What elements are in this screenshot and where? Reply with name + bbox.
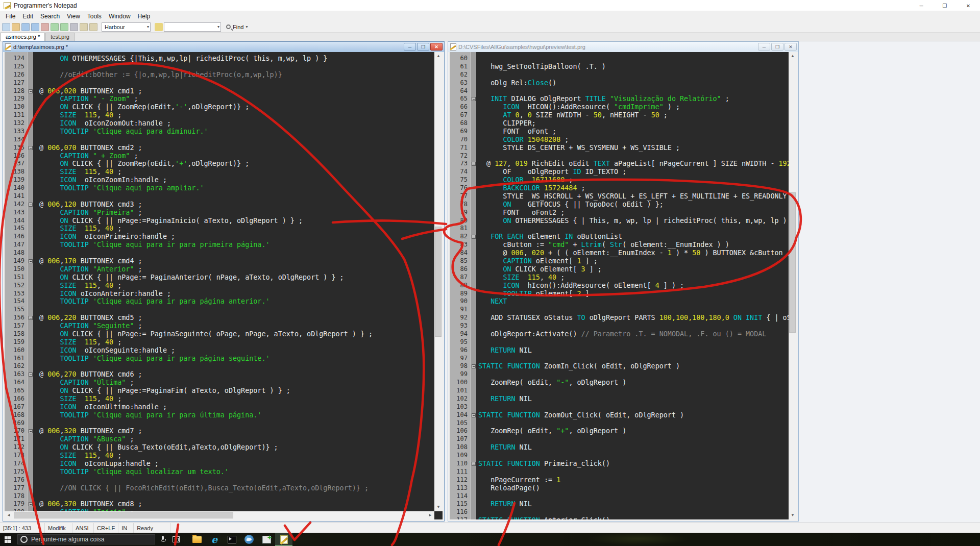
code-line-82[interactable]: FOR EACH oElement IN oButtonList <box>478 233 622 240</box>
code-line-133[interactable]: TOOLTIP 'Clique aqui para diminuir.' <box>35 128 208 135</box>
code-line-156[interactable]: @ 006,220 BUTTONEX cmd5 ; <box>35 314 142 321</box>
code-line-69[interactable]: FONT oFont ; <box>478 128 556 135</box>
menu-view[interactable]: View <box>63 12 84 21</box>
fold-marker-icon[interactable] <box>472 462 476 466</box>
code-line-78[interactable]: ON GETFOCUS { || TopoDoc( oEdit ) }; <box>478 201 664 208</box>
menu-tools[interactable]: Tools <box>84 12 105 21</box>
close-button[interactable]: ✕ <box>957 0 980 11</box>
code-line-164[interactable]: CAPTION "Última" ; <box>35 379 134 386</box>
code-line-140[interactable]: TOOLTIP 'Clique aqui para ampliar.' <box>35 184 204 192</box>
close-file-icon[interactable] <box>41 23 49 31</box>
fold-marker-icon[interactable] <box>472 364 476 368</box>
task-view-icon[interactable] <box>173 536 180 542</box>
code-line-158[interactable]: ON CLICK { || nPage:= PaginaSeguinte( oP… <box>35 330 373 338</box>
fold-marker-icon[interactable] <box>29 89 33 93</box>
code-line-131[interactable]: SIZE 115, 40 ; <box>35 111 121 119</box>
code-line-113[interactable]: ReloadPage() <box>478 484 540 492</box>
scroll-thumb[interactable] <box>789 192 796 333</box>
code-line-171[interactable]: CAPTION "&Busca" ; <box>35 435 134 443</box>
code-line-147[interactable]: TOOLTIP 'Clique aqui para ir para primei… <box>35 241 270 249</box>
redo-icon[interactable] <box>60 23 68 31</box>
edge-icon[interactable]: e <box>206 533 223 546</box>
code-line-138[interactable]: SIZE 115, 40 ; <box>35 168 121 176</box>
code-line-142[interactable]: @ 006,120 BUTTONEX cmd3 ; <box>35 201 142 208</box>
code-line-67[interactable]: AT 0, 0 SIZE nWIDTH - 50, nHEIGHT - 50 ; <box>478 111 668 119</box>
code-line-157[interactable]: CAPTION "Seguinte" ; <box>35 322 142 330</box>
code-line-150[interactable]: CAPTION "Anterior" ; <box>35 265 142 273</box>
code-line-100[interactable]: ZoomRep( oEdit, "-", oDlgReport ) <box>478 379 626 386</box>
child-minimize-button[interactable]: ─ <box>404 43 416 51</box>
code-line-175[interactable]: TOOLTIP 'Clique aqui localizar um texto.… <box>35 468 229 476</box>
child-restore-button[interactable]: ❒ <box>771 43 783 51</box>
menu-file[interactable]: File <box>2 12 19 21</box>
code-line-73[interactable]: @ 127, 019 RichEdit oEdit TEXT aPageList… <box>478 160 789 167</box>
fold-margin-left[interactable] <box>27 52 33 519</box>
code-line-68[interactable]: CLIPPER; <box>478 119 536 127</box>
code-line-177[interactable]: //ON CLICK { || FocoRichEdit(oEdit),Busc… <box>35 484 369 492</box>
child-close-button[interactable]: ✕ <box>785 43 797 51</box>
child-close-button[interactable]: ✕ <box>430 43 443 51</box>
editor-right[interactable]: 6061626364656667686970717273747576777879… <box>450 52 797 519</box>
child-minimize-button[interactable]: ─ <box>758 43 770 51</box>
undo-icon[interactable] <box>51 23 59 31</box>
code-line-168[interactable]: TOOLTIP 'Clique aqui para ir para última… <box>35 411 261 419</box>
code-line-152[interactable]: SIZE 115, 40 ; <box>35 282 121 289</box>
fold-marker-icon[interactable] <box>29 203 33 207</box>
code-line-112[interactable]: nPageCurrent := 1 <box>478 476 560 484</box>
code-line-98[interactable]: STATIC FUNCTION ZoomIn_Click( oEdit, oDl… <box>478 362 680 370</box>
code-line-154[interactable]: TOOLTIP 'Clique aqui para ir para página… <box>35 297 270 305</box>
code-line-172[interactable]: ON CLICK { || Busca_Texto(oEdit,aTexto,o… <box>35 443 278 451</box>
code-line-61[interactable]: hwg_SetToolTipBalloon( .T. ) <box>478 63 606 70</box>
editor-window-asimoes[interactable]: d:\temp\asimoes.prg * ─ ❒ ✕ 124125126127… <box>3 41 445 522</box>
code-line-146[interactable]: ICON oIconPrimeiro:handle ; <box>35 233 175 240</box>
editor-window-test[interactable]: D:\CVSFiles\AllGui\samples\hwgui\preview… <box>448 41 799 522</box>
save-all-icon[interactable] <box>31 23 39 31</box>
code-line-79[interactable]: FONT oFont2 ; <box>478 209 565 216</box>
scroll-thumb[interactable] <box>14 512 233 518</box>
code-line-63[interactable]: oDlg_Rel:Close() <box>478 79 556 87</box>
minimize-button[interactable]: ─ <box>910 0 933 11</box>
code-line-159[interactable]: SIZE 115, 40 ; <box>35 338 121 346</box>
code-line-161[interactable]: TOOLTIP 'Clique aqui para ir para página… <box>35 355 270 362</box>
code-line-173[interactable]: SIZE 115, 40 ; <box>35 452 121 459</box>
fold-marker-icon[interactable] <box>29 373 33 377</box>
scroll-left-arrow[interactable]: ◄ <box>5 511 13 519</box>
code-area-left[interactable]: ON OTHERMESSAGES {|This,m,wp,lp| richedi… <box>33 52 434 511</box>
code-line-126[interactable]: //oEdit:bOther := {|o,m,wp,lp|richeditPr… <box>35 71 282 79</box>
code-line-80[interactable]: ON OTHERMESSAGES { | This, m, wp, lp | r… <box>478 217 789 225</box>
child-titlebar-left[interactable]: d:\temp\asimoes.prg * ─ ❒ ✕ <box>3 42 444 52</box>
fold-marker-icon[interactable] <box>29 146 33 150</box>
child-restore-button[interactable]: ❒ <box>417 43 429 51</box>
thunderbird-icon[interactable] <box>240 533 258 546</box>
code-line-83[interactable]: cButton := "cmd" + Ltrim( Str( oElement:… <box>478 241 729 249</box>
code-line-153[interactable]: ICON oIconAnterior:handle ; <box>35 290 171 297</box>
code-line-132[interactable]: ICON oIconZoomOut:handle ; <box>35 119 171 127</box>
code-line-76[interactable]: BACKCOLOR 15724484 ; <box>478 184 585 192</box>
code-line-86[interactable]: ON CLICK oElement[ 3 ] ; <box>478 265 602 273</box>
code-line-102[interactable]: RETURN NIL <box>478 395 532 403</box>
tag-icon[interactable] <box>155 23 163 31</box>
find-button[interactable]: Find ▾ <box>226 24 248 30</box>
code-line-104[interactable]: STATIC FUNCTION ZoomOut_Click( oEdit, oD… <box>478 411 684 419</box>
new-file-icon[interactable] <box>2 23 10 31</box>
menu-window[interactable]: Window <box>105 12 134 21</box>
code-line-90[interactable]: NEXT <box>478 297 507 305</box>
code-line-106[interactable]: ZoomRep( oEdit, "+", oDlgReport ) <box>478 427 626 435</box>
code-line-130[interactable]: ON CLICK { || ZoomRep(oEdit,'-',oDlgRepo… <box>35 103 249 111</box>
code-line-149[interactable]: @ 006,170 BUTTONEX cmd4 ; <box>35 257 142 265</box>
tab-test-prg[interactable]: test.prg <box>45 33 75 41</box>
save-icon[interactable] <box>21 23 30 31</box>
code-line-129[interactable]: CAPTION " - Zoom" ; <box>35 95 138 103</box>
code-line-70[interactable]: COLOR 15048208 ; <box>478 136 569 143</box>
scroll-up-arrow[interactable]: ▲ <box>434 52 443 60</box>
fold-marker-icon[interactable] <box>29 259 33 263</box>
find-combobox[interactable]: ▾ <box>164 22 221 32</box>
code-line-144[interactable]: ON CLICK { || nPage:=PaginaInicio( aText… <box>35 217 303 225</box>
tab-asimoes-prg-[interactable]: asimoes.prg * <box>1 33 45 41</box>
programmers-notepad-icon[interactable] <box>275 533 292 546</box>
copy-icon[interactable] <box>80 23 88 31</box>
child-titlebar-right[interactable]: D:\CVSFiles\AllGui\samples\hwgui\preview… <box>448 42 798 52</box>
code-line-74[interactable]: OF oDlgReport ID ID_TEXTO ; <box>478 168 626 176</box>
cortana-search-box[interactable]: Pergunte-me alguma coisa <box>17 534 155 544</box>
scroll-down-arrow[interactable]: ▼ <box>789 511 797 519</box>
